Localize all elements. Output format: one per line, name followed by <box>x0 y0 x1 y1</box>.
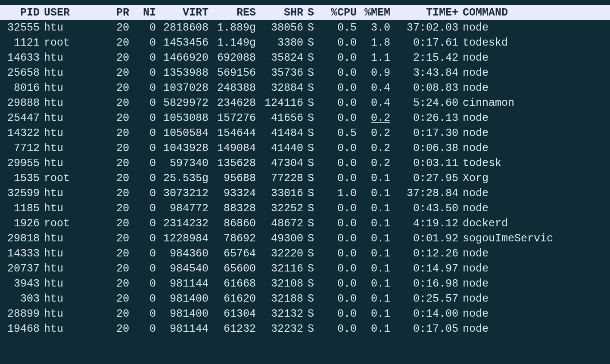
cell-ni: 0 <box>129 141 156 156</box>
header-s[interactable]: S <box>303 5 317 20</box>
table-row[interactable]: 19468htu2009811446123232232S0.00.10:17.0… <box>0 321 610 336</box>
cell-virt: 2314232 <box>156 216 209 231</box>
header-pid[interactable]: PID <box>0 5 40 20</box>
cell-res: 248388 <box>209 80 256 96</box>
table-row[interactable]: 28899htu2009814006130432132S0.00.10:14.0… <box>0 306 610 321</box>
cell-user: htu <box>40 291 109 306</box>
cell-command: dockerd <box>458 216 610 231</box>
cell-cpu: 0.0 <box>317 216 357 231</box>
table-row[interactable]: 3943htu2009811446166832108S0.00.10:16.98… <box>0 276 610 291</box>
cell-pr: 20 <box>109 126 129 141</box>
table-row[interactable]: 14322htu200105058415464441484S0.50.20:17… <box>0 126 610 141</box>
cell-shr: 48672 <box>256 216 303 231</box>
header-cpu[interactable]: %CPU <box>317 5 357 20</box>
table-row[interactable]: 29888htu2005829972234628124116S0.00.45:2… <box>0 96 610 111</box>
cell-user: htu <box>40 306 109 321</box>
table-row[interactable]: 1185htu2009847728832832252S0.00.10:43.50… <box>0 201 610 216</box>
table-row[interactable]: 1926root20023142328686048672S0.00.14:19.… <box>0 216 610 231</box>
cell-res: 154644 <box>209 126 256 141</box>
cell-time: 0:03.11 <box>390 156 458 171</box>
table-row[interactable]: 8016htu200103702824838832884S0.00.40:08.… <box>0 80 610 96</box>
table-row[interactable]: 29818htu20012289847869249300S0.00.10:01.… <box>0 231 610 246</box>
table-row[interactable]: 1535root20025.535g9568877228S0.00.10:27.… <box>0 171 610 186</box>
cell-cpu: 1.0 <box>317 186 357 201</box>
cell-ni: 0 <box>129 35 156 50</box>
cell-ni: 0 <box>129 111 156 126</box>
cell-user: htu <box>40 186 109 201</box>
cell-virt: 3073212 <box>156 186 209 201</box>
cell-time: 0:14.97 <box>390 261 458 276</box>
cell-ni: 0 <box>129 171 156 186</box>
process-table[interactable]: PID USER PR NI VIRT RES SHR S %CPU %MEM … <box>0 5 610 336</box>
cell-s: S <box>303 156 317 171</box>
table-row[interactable]: 1121root20014534561.149g3380S0.01.80:17.… <box>0 35 610 50</box>
header-virt[interactable]: VIRT <box>156 5 209 20</box>
header-shr[interactable]: SHR <box>256 5 303 20</box>
header-mem[interactable]: %MEM <box>357 5 390 20</box>
cell-command: node <box>458 141 610 156</box>
cell-mem: 0.2 <box>357 156 390 171</box>
table-row[interactable]: 29955htu20059734013562847304S0.00.20:03.… <box>0 156 610 171</box>
cell-command: node <box>458 276 610 291</box>
table-row[interactable]: 14633htu200146692069208835824S0.01.12:15… <box>0 50 610 65</box>
header-ni[interactable]: NI <box>129 5 156 20</box>
cell-user: htu <box>40 276 109 291</box>
cell-virt: 984772 <box>156 201 209 216</box>
cell-pid: 32599 <box>0 186 40 201</box>
cell-res: 78692 <box>209 231 256 246</box>
cell-res: 1.149g <box>209 35 256 50</box>
cell-s: S <box>303 50 317 65</box>
cell-shr: 77228 <box>256 171 303 186</box>
cell-command: cinnamon <box>458 96 610 111</box>
cell-virt: 1353988 <box>156 65 209 80</box>
table-row[interactable]: 14333htu2009843606576432220S0.00.10:12.2… <box>0 246 610 261</box>
header-command[interactable]: COMMAND <box>458 5 610 20</box>
cell-time: 0:17.05 <box>390 321 458 336</box>
table-row[interactable]: 25447htu200105308815727641656S0.00.20:26… <box>0 111 610 126</box>
cell-user: root <box>40 216 109 231</box>
cell-cpu: 0.0 <box>317 65 357 80</box>
cell-cpu: 0.0 <box>317 261 357 276</box>
cell-s: S <box>303 96 317 111</box>
cell-time: 0:25.57 <box>390 291 458 306</box>
cell-s: S <box>303 261 317 276</box>
cell-user: htu <box>40 156 109 171</box>
cell-pid: 32555 <box>0 20 40 35</box>
table-row[interactable]: 25658htu200135398856915635736S0.00.93:43… <box>0 65 610 80</box>
cell-pr: 20 <box>109 80 129 96</box>
cell-shr: 3380 <box>256 35 303 50</box>
cell-mem: 0.1 <box>357 246 390 261</box>
cell-virt: 1453456 <box>156 35 209 50</box>
cell-res: 61668 <box>209 276 256 291</box>
header-user[interactable]: USER <box>40 5 109 20</box>
cell-time: 0:12.26 <box>390 246 458 261</box>
table-header-row[interactable]: PID USER PR NI VIRT RES SHR S %CPU %MEM … <box>0 5 610 20</box>
cell-cpu: 0.0 <box>317 80 357 96</box>
table-row[interactable]: 7712htu200104392814908441440S0.00.20:06.… <box>0 141 610 156</box>
header-time[interactable]: TIME+ <box>390 5 458 20</box>
header-pr[interactable]: PR <box>109 5 129 20</box>
cell-mem: 0.1 <box>357 321 390 336</box>
table-row[interactable]: 20737htu2009845406560032116S0.00.10:14.9… <box>0 261 610 276</box>
cell-res: 157276 <box>209 111 256 126</box>
cell-mem: 0.4 <box>357 96 390 111</box>
cell-shr: 47304 <box>256 156 303 171</box>
table-row[interactable]: 32555htu20028186081.889g38056S0.53.037:0… <box>0 20 610 35</box>
table-row[interactable]: 32599htu20030732129332433016S1.00.137:28… <box>0 186 610 201</box>
cell-time: 0:43.50 <box>390 201 458 216</box>
cell-ni: 0 <box>129 65 156 80</box>
cell-pr: 20 <box>109 111 129 126</box>
table-row[interactable]: 303htu2009814006162032188S0.00.10:25.57n… <box>0 291 610 306</box>
header-res[interactable]: RES <box>209 5 256 20</box>
cell-shr: 41484 <box>256 126 303 141</box>
cell-ni: 0 <box>129 246 156 261</box>
cell-command: sogouImeServic <box>458 231 610 246</box>
cell-mem: 3.0 <box>357 20 390 35</box>
cell-pr: 20 <box>109 186 129 201</box>
cell-time: 0:08.83 <box>390 80 458 96</box>
cell-virt: 1053088 <box>156 111 209 126</box>
cell-virt: 1466920 <box>156 50 209 65</box>
cell-command: node <box>458 306 610 321</box>
cell-pr: 20 <box>109 291 129 306</box>
cell-s: S <box>303 80 317 96</box>
